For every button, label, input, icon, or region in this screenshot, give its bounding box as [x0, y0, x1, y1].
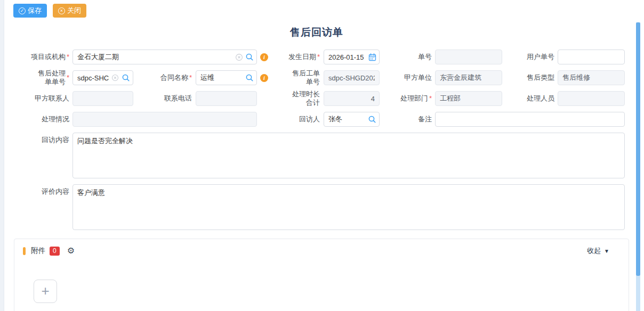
search-icon[interactable] [368, 115, 376, 124]
chevron-down-icon: ▼ [604, 248, 609, 254]
label-occur-date: 发生日期* [264, 50, 320, 64]
close-button-label: 关闭 [67, 6, 81, 15]
duration-field [324, 91, 380, 106]
gear-icon[interactable]: ⚙ [67, 247, 75, 255]
situation-input [73, 112, 257, 127]
type-input [558, 70, 625, 85]
calendar-icon[interactable] [368, 53, 376, 61]
dept-field [435, 91, 502, 106]
duration-input [324, 91, 380, 106]
check-circle-icon: ✓ [19, 7, 26, 14]
order-no-field [435, 50, 502, 64]
label-visit-content: 回访内容 [13, 133, 69, 148]
label-project: 项目或机构* [13, 50, 69, 64]
evaluation-textarea[interactable]: 客户满意 [73, 184, 625, 230]
work-no-field [324, 70, 380, 85]
clear-icon[interactable] [111, 73, 119, 82]
label-type: 售后类型 [498, 70, 554, 85]
user-order-no-input[interactable] [558, 50, 625, 64]
remark-input[interactable] [435, 112, 625, 127]
visit-content-textarea[interactable]: 问题是否完全解决 [73, 133, 625, 178]
label-person: 处理人员 [498, 91, 554, 106]
label-visitor: 回访人 [264, 112, 320, 127]
person-input [558, 91, 625, 106]
info-icon[interactable]: i [260, 74, 268, 82]
aftersales-visit-form-page: ✓ 保存 × 关闭 售后回访单 项目或机构* i 发生日期* 单号 用户单号 [0, 0, 644, 311]
label-order-no: 单号 [376, 50, 432, 64]
search-icon[interactable] [122, 73, 130, 82]
party-a-input [435, 70, 502, 85]
attachments-title: 附件 [31, 246, 45, 256]
attachments-count-badge: 0 [50, 247, 60, 256]
attachments-panel: 附件 0 ⚙ 收起 ▼ + [14, 239, 629, 311]
remark-field [435, 112, 625, 127]
label-evaluation: 评价内容 [13, 184, 69, 199]
label-situation: 处理情况 [13, 112, 69, 127]
occur-date-field [324, 50, 380, 64]
label-handle-no: 售后处理单单号* [37, 70, 69, 85]
attachments-header: 附件 0 ⚙ 收起 ▼ [14, 239, 629, 263]
close-button[interactable]: × 关闭 [53, 4, 86, 18]
save-button-label: 保存 [28, 6, 42, 15]
search-icon[interactable] [245, 53, 254, 61]
dept-input [435, 91, 502, 106]
phone-field [196, 91, 257, 106]
project-input[interactable] [73, 50, 257, 64]
order-no-input [435, 50, 502, 64]
work-no-input [324, 70, 380, 85]
label-contract: 合同名称* [136, 70, 192, 85]
clear-icon[interactable] [235, 53, 243, 61]
collapse-label: 收起 [587, 246, 601, 256]
visitor-field [324, 112, 380, 127]
user-order-no-field [558, 50, 625, 64]
situation-field [73, 112, 257, 127]
section-accent-bar [23, 247, 26, 255]
contract-field [196, 70, 257, 85]
label-duration: 处理时长合计 [288, 91, 320, 106]
project-field [73, 50, 257, 64]
phone-input [196, 91, 257, 106]
left-gutter [0, 0, 4, 311]
person-field [558, 91, 625, 106]
label-remark: 备注 [376, 112, 432, 127]
collapse-toggle[interactable]: 收起 ▼ [587, 246, 609, 256]
x-circle-icon: × [58, 7, 65, 14]
page-title: 售后回访单 [0, 26, 633, 39]
party-a-field [435, 70, 502, 85]
scrollbar-thumb[interactable] [636, 22, 640, 276]
upload-attachment-button[interactable]: + [34, 280, 57, 303]
handle-no-field [73, 70, 133, 85]
search-icon[interactable] [245, 73, 254, 82]
label-dept: 处理部门* [376, 91, 432, 106]
type-field [558, 70, 625, 85]
label-contact: 甲方联系人 [13, 91, 69, 106]
label-work-no: 售后工单单号 [288, 70, 320, 85]
contact-input [73, 91, 133, 106]
label-phone: 联系电话 [136, 91, 192, 106]
label-party-a: 甲方单位 [376, 70, 432, 85]
plus-icon: + [41, 284, 49, 298]
label-user-order-no: 用户单号 [498, 50, 554, 64]
save-button[interactable]: ✓ 保存 [13, 4, 47, 18]
contact-field [73, 91, 133, 106]
